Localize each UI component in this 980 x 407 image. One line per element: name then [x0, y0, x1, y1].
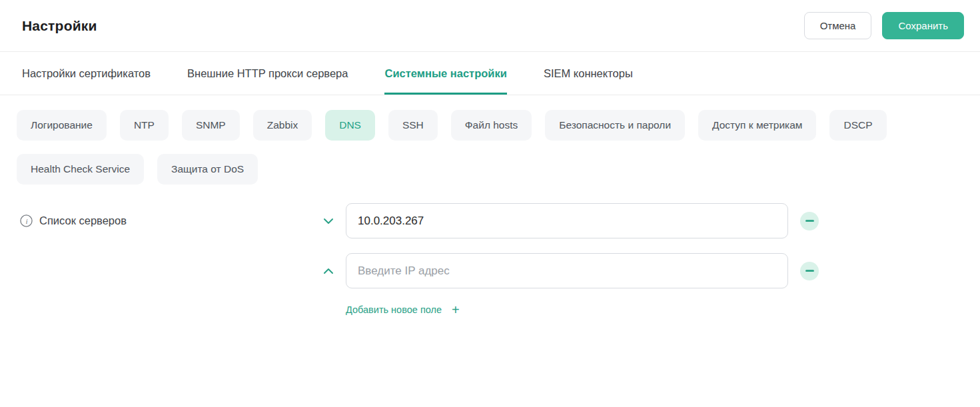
minus-icon: [805, 220, 814, 222]
server-list-label-group: i Список серверов: [0, 214, 322, 227]
chevron-up-icon: [322, 265, 334, 277]
chip-metrics-access[interactable]: Доступ к метрикам: [698, 110, 816, 141]
tab-siem-connectors[interactable]: SIEM коннекторы: [544, 52, 633, 95]
chip-dscp[interactable]: DSCP: [829, 110, 886, 141]
tab-external-http-proxy[interactable]: Внешние HTTP прокси сервера: [187, 52, 348, 95]
cancel-button[interactable]: Отмена: [804, 12, 872, 39]
tab-bar: Настройки сертификатов Внешние HTTP прок…: [0, 52, 980, 95]
chip-ntp[interactable]: NTP: [120, 110, 169, 141]
add-new-field-link[interactable]: Добавить новое поле +: [346, 303, 460, 316]
chip-dos-protection[interactable]: Защита от DoS: [157, 154, 258, 185]
chip-ssh[interactable]: SSH: [388, 110, 438, 141]
tab-system-settings[interactable]: Системные настройки: [384, 52, 506, 95]
server-list-row-2: [0, 253, 980, 288]
page-title: Настройки: [22, 18, 97, 34]
page-header: Настройки Отмена Сохранить: [0, 0, 980, 52]
server-ip-input-2[interactable]: [346, 253, 788, 288]
server-list-label: Список серверов: [39, 214, 127, 227]
remove-server-button-1[interactable]: [800, 212, 819, 230]
settings-category-chips: Логирование NTP SNMP Zabbix DNS SSH Файл…: [0, 95, 959, 185]
chip-zabbix[interactable]: Zabbix: [253, 110, 312, 141]
server-ip-input-1[interactable]: [346, 203, 788, 238]
plus-icon: +: [452, 303, 460, 316]
save-button[interactable]: Сохранить: [882, 12, 964, 39]
server-list-row-1: i Список серверов: [0, 203, 980, 238]
header-actions: Отмена Сохранить: [804, 12, 964, 39]
chip-snmp[interactable]: SNMP: [182, 110, 240, 141]
chip-logging[interactable]: Логирование: [17, 110, 107, 141]
collapse-toggle-2[interactable]: [322, 265, 346, 277]
info-icon: i: [20, 214, 33, 227]
add-new-field-label: Добавить новое поле: [346, 304, 442, 315]
svg-text:i: i: [25, 217, 27, 225]
tab-certificate-settings[interactable]: Настройки сертификатов: [22, 52, 151, 95]
dns-settings-form: i Список серверов Добавить новое поле +: [0, 203, 980, 316]
chip-health-check-service[interactable]: Health Check Service: [17, 154, 144, 185]
collapse-toggle-1[interactable]: [322, 215, 346, 227]
minus-icon: [805, 270, 814, 272]
chip-hosts-file[interactable]: Файл hosts: [451, 110, 532, 141]
chevron-down-icon: [322, 215, 334, 227]
chip-security-passwords[interactable]: Безопасность и пароли: [545, 110, 685, 141]
remove-server-button-2[interactable]: [800, 262, 819, 280]
chip-dns[interactable]: DNS: [325, 110, 375, 141]
